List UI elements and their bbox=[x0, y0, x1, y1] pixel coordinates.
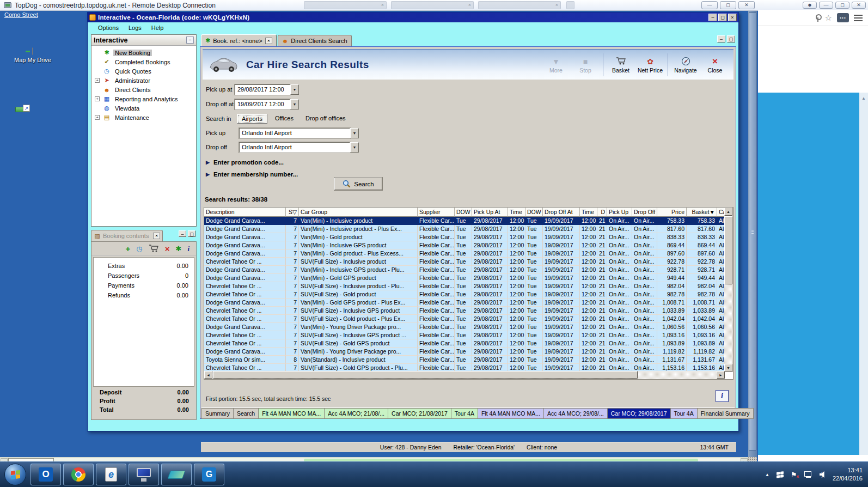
action-center-flag-icon[interactable]: ⚑× bbox=[791, 471, 797, 479]
taskbar-app-maps[interactable] bbox=[161, 464, 192, 485]
bottom-tab-search[interactable]: Search bbox=[234, 408, 259, 419]
tray-expand-icon[interactable]: ▲ bbox=[765, 472, 769, 477]
menu-options[interactable]: Options bbox=[93, 23, 124, 32]
windows-tray-icon[interactable] bbox=[777, 471, 784, 478]
app-close-button[interactable]: × bbox=[728, 14, 737, 21]
bottom-tab-financial-summary[interactable]: Financial Summary bbox=[698, 408, 754, 419]
scroll-up-icon[interactable]: ▲ bbox=[724, 208, 732, 216]
result-row[interactable]: Chevrolet Tahoe Or ...7SUV(Full Size) - … bbox=[204, 331, 725, 339]
bottom-tab-acc-4a-mco-29-08[interactable]: Acc 4A MCO; 29/08/... bbox=[544, 408, 608, 419]
result-row[interactable]: Dodge Grand Carava...7Van(Mini) - Inclus… bbox=[204, 225, 725, 233]
network-icon[interactable] bbox=[804, 471, 812, 478]
rdp-restore-button[interactable]: ◻ bbox=[720, 1, 736, 9]
result-row[interactable]: Dodge Grand Carava...7Van(Mini) - Gold G… bbox=[204, 299, 725, 307]
rdp-close-button[interactable]: ✕ bbox=[738, 1, 755, 9]
result-row[interactable]: Dodge Grand Carava...7Van(Mini) - Gold G… bbox=[204, 274, 725, 282]
app-minimize-button[interactable]: – bbox=[708, 14, 717, 21]
quick-quote-icon[interactable]: ◷ bbox=[136, 245, 142, 252]
menu-icon[interactable] bbox=[854, 15, 863, 21]
doc-minimize-icon[interactable]: – bbox=[717, 35, 725, 42]
column-header-car-group[interactable]: Car Group bbox=[299, 208, 418, 217]
menu-logs[interactable]: Logs bbox=[124, 23, 146, 32]
search-in-offices[interactable]: Offices bbox=[271, 114, 298, 124]
column-header-dow[interactable]: DOW bbox=[525, 208, 543, 217]
bottom-tab-flt-4a-man-mco-ma[interactable]: Flt 4A MAN MCO MA... bbox=[478, 408, 544, 419]
booking-contents-tab[interactable]: ▨ Booking contents × bbox=[91, 230, 163, 241]
more-badge-icon[interactable]: ••• bbox=[837, 13, 849, 22]
profile-icon[interactable]: ☻ bbox=[803, 2, 817, 9]
column-header-d[interactable]: D bbox=[597, 208, 607, 217]
result-row[interactable]: Chevrolet Tahoe Or ...7SUV(Full Size) - … bbox=[204, 282, 725, 290]
chevron-down-icon[interactable]: ▼ bbox=[290, 99, 299, 109]
column-header-time[interactable]: Time bbox=[580, 208, 597, 217]
column-header-supplier[interactable]: Supplier bbox=[418, 208, 455, 217]
drop-off-field[interactable]: Orlando Intl Airport bbox=[239, 142, 350, 153]
chevron-down-icon[interactable]: ▼ bbox=[290, 84, 299, 95]
toolbar-navigate[interactable]: Navigate bbox=[671, 54, 700, 75]
start-button[interactable] bbox=[4, 464, 26, 485]
add-icon[interactable]: + bbox=[126, 245, 131, 253]
background-tab[interactable]: × bbox=[391, 1, 474, 9]
result-row[interactable]: Chevrolet Tahoe Or ...7SUV(Full Size) - … bbox=[204, 339, 725, 348]
browser-scrollbar[interactable]: ▲ bbox=[859, 93, 868, 455]
info-icon[interactable]: i bbox=[187, 245, 190, 252]
collapse-panel-button[interactable]: − bbox=[186, 36, 194, 44]
close-icon[interactable]: × bbox=[265, 38, 272, 44]
rdp-vscroll-thumb[interactable] bbox=[749, 13, 756, 451]
chevron-down-icon[interactable]: ▼ bbox=[350, 142, 359, 153]
info-button[interactable]: i bbox=[716, 390, 729, 402]
column-header-basket[interactable]: Basket▼ bbox=[687, 208, 717, 217]
result-row[interactable]: Chevrolet Tahoe Or ...7SUV(Full Size) - … bbox=[204, 315, 725, 323]
column-header-s[interactable]: S▽ bbox=[286, 208, 299, 217]
rdp-vertical-scrollbar[interactable] bbox=[748, 11, 757, 457]
column-header-ca[interactable]: Ca bbox=[717, 208, 725, 217]
tree-item-viewdata[interactable]: ◍Viewdata bbox=[91, 104, 196, 113]
browser-close-button[interactable]: ✕ bbox=[852, 2, 866, 9]
table-hscroll-thumb[interactable] bbox=[213, 371, 638, 379]
column-header-pick-up-at[interactable]: Pick Up At bbox=[472, 208, 508, 217]
expand-toggle-icon[interactable]: + bbox=[95, 96, 100, 101]
star-icon[interactable]: ☆ bbox=[825, 14, 832, 22]
tab-direct-clients-search[interactable]: ☻Direct Clients Search bbox=[278, 35, 352, 46]
browser-restore-button[interactable]: ◻ bbox=[835, 2, 849, 9]
tray-clock[interactable]: 13:41 22/04/2016 bbox=[830, 466, 863, 483]
tree-item-new-booking[interactable]: ✱New Booking bbox=[91, 48, 196, 57]
bottom-tab-car-mco-29-08-2017[interactable]: Car MCO; 29/08/2017 bbox=[608, 408, 671, 419]
scroll-left-icon[interactable]: ◄ bbox=[204, 371, 212, 379]
pick-up-field[interactable]: Orlando Intl Airport bbox=[239, 128, 350, 138]
result-row[interactable]: Chevrolet Tahoe Or ...7SUV(Full Size) - … bbox=[204, 258, 725, 266]
result-row[interactable]: Toyota Sienna Or sim...8Van(Standard) - … bbox=[204, 356, 725, 364]
expand-toggle-icon[interactable]: + bbox=[95, 115, 100, 120]
toolbar-close[interactable]: ×Close bbox=[701, 54, 729, 75]
taskbar-app-rdp[interactable] bbox=[129, 464, 159, 485]
scroll-right-icon[interactable]: ► bbox=[717, 371, 725, 379]
bottom-tab-tour-4a[interactable]: Tour 4A bbox=[451, 408, 478, 419]
tree-item-completed-bookings[interactable]: ✔Completed Bookings bbox=[91, 57, 196, 66]
column-header-description[interactable]: Description bbox=[204, 208, 286, 217]
tree-item-direct-clients[interactable]: ☻Direct Clients bbox=[91, 85, 196, 94]
toolbar-basket[interactable]: Basket bbox=[607, 54, 635, 75]
cart-icon[interactable] bbox=[149, 244, 159, 253]
bottom-tab-tour-4a[interactable]: Tour 4A bbox=[671, 408, 698, 419]
doc-restore-icon[interactable]: ◻ bbox=[727, 35, 735, 42]
taskbar-app-outlook[interactable]: O bbox=[30, 464, 61, 485]
background-tab[interactable]: × bbox=[478, 1, 561, 9]
background-new-tab[interactable] bbox=[566, 1, 574, 9]
result-row[interactable]: Dodge Grand Carava...7Van(Mini) - Inclus… bbox=[204, 241, 725, 249]
table-vertical-scrollbar[interactable]: ▲ ▼ bbox=[724, 208, 733, 372]
app-maximize-button[interactable]: ◻ bbox=[718, 14, 727, 21]
table-vscroll-thumb[interactable] bbox=[724, 216, 732, 284]
result-row[interactable]: Dodge Grand Carava...7Van(Mini) - Gold p… bbox=[204, 233, 725, 241]
panel-minimize-icon[interactable]: – bbox=[179, 230, 186, 237]
result-row[interactable]: Dodge Grand Carava...7Van(Mini) - Young … bbox=[204, 323, 725, 331]
background-tab[interactable]: × bbox=[304, 1, 387, 9]
taskbar-app-chrome[interactable] bbox=[63, 464, 94, 485]
bottom-tab-flt-4a-man-mco-ma[interactable]: Flt 4A MAN MCO MA... bbox=[259, 408, 325, 419]
chevron-down-icon[interactable]: ▼ bbox=[350, 128, 359, 138]
tree-item-maintenance[interactable]: +▤Maintenance bbox=[91, 113, 196, 122]
result-row[interactable]: Dodge Grand Carava...7Van(Mini) - Gold p… bbox=[204, 249, 725, 258]
tree-item-reporting-and-analytics[interactable]: +▦Reporting and Analytics bbox=[91, 94, 196, 104]
tab-book-ref-none[interactable]: ✱Book. ref.: <none>× bbox=[201, 34, 277, 46]
delete-icon[interactable]: × bbox=[165, 245, 170, 253]
search-in-drop-off-offices[interactable]: Drop off offices bbox=[301, 114, 350, 124]
